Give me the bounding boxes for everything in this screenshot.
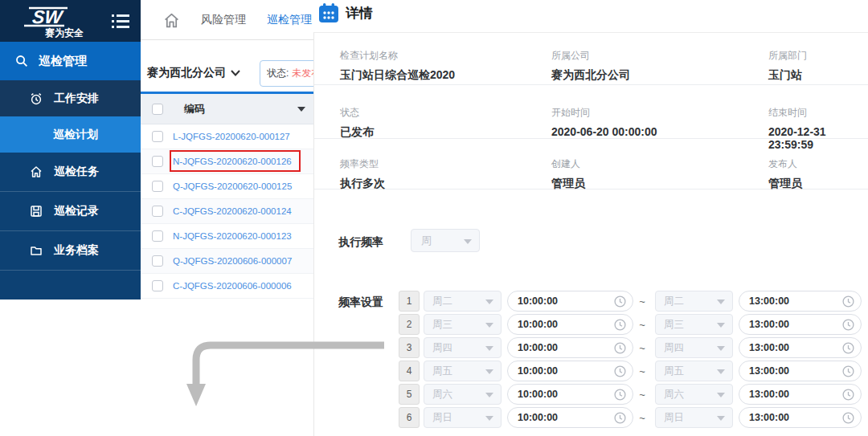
info-row: 检查计划名称 玉门站日综合巡检2020 所属公司 赛为西北分公司 所属部门 玉门… bbox=[314, 33, 868, 85]
frequency-row: 3 周四 10:00:00 ~ 周四 13:00:00 bbox=[399, 337, 862, 358]
caret-down-icon bbox=[717, 369, 725, 374]
clock-icon bbox=[842, 342, 854, 354]
info-field-value: 赛为西北分公司 bbox=[551, 68, 768, 83]
caret-down-icon bbox=[485, 369, 493, 374]
table-header: 编码 bbox=[141, 94, 313, 124]
end-time-input[interactable]: 13:00:00 bbox=[739, 291, 862, 312]
caret-down-icon bbox=[485, 393, 493, 397]
info-field: 所属公司 赛为西北分公司 bbox=[551, 49, 768, 84]
row-checkbox[interactable] bbox=[152, 181, 163, 192]
start-day-select: 周二 bbox=[424, 291, 502, 312]
column-filter-caret-icon[interactable] bbox=[297, 107, 305, 112]
info-field: 创建人 管理员 bbox=[551, 157, 768, 191]
end-time-input[interactable]: 13:00:00 bbox=[739, 384, 862, 405]
caret-down-icon bbox=[717, 416, 725, 421]
start-time-input[interactable]: 10:00:00 bbox=[507, 407, 633, 428]
frequency-row: 2 周三 10:00:00 ~ 周三 13:00:00 bbox=[399, 314, 862, 335]
plan-code-link[interactable]: C-JQFGS-20200606-000006 bbox=[173, 281, 292, 291]
info-row: 频率类型 执行多次 创建人 管理员 发布人 管理员 bbox=[314, 139, 868, 189]
table-row: Q-JQFGS-20200620-000125 bbox=[141, 174, 313, 199]
column-header-code: 编码 bbox=[184, 102, 205, 116]
sidebar-item-inspection-management[interactable]: 巡检管理 bbox=[0, 42, 141, 80]
clock-icon bbox=[614, 319, 626, 331]
info-field-value: 管理员 bbox=[551, 177, 768, 191]
clock-icon bbox=[842, 389, 854, 401]
company-selector[interactable]: 赛为西北分公司 bbox=[147, 59, 240, 87]
info-field-value: 执行多次 bbox=[340, 177, 551, 191]
start-time-input[interactable]: 10:00:00 bbox=[507, 314, 633, 335]
row-checkbox[interactable] bbox=[152, 206, 163, 217]
caret-down-icon bbox=[485, 416, 493, 421]
start-time-input[interactable]: 10:00:00 bbox=[507, 291, 633, 312]
start-time-input[interactable]: 10:00:00 bbox=[507, 384, 633, 405]
select-all-checkbox[interactable] bbox=[152, 104, 163, 115]
range-separator: ~ bbox=[633, 342, 651, 354]
plan-code-link[interactable]: Q-JQFGS-20200620-000125 bbox=[173, 181, 292, 191]
plan-code-link[interactable]: Q-JQFGS-20200606-000007 bbox=[173, 256, 292, 266]
frequency-settings-rows: 1 周二 10:00:00 ~ 周二 13:00:00 2 周三 10:00:0… bbox=[399, 291, 862, 428]
row-checkbox[interactable] bbox=[152, 280, 163, 291]
start-day-select: 周日 bbox=[424, 407, 502, 428]
frequency-row: 6 周日 10:00:00 ~ 周日 13:00:00 bbox=[399, 407, 862, 428]
end-time-input[interactable]: 13:00:00 bbox=[739, 337, 862, 358]
sidebar-item-work-schedule[interactable]: 工作安排 bbox=[0, 80, 141, 116]
table-row: C-JQFGS-20200606-000006 bbox=[141, 274, 313, 299]
plan-code-link[interactable]: N-JQFGS-20200620-000123 bbox=[173, 231, 292, 241]
caret-down-icon bbox=[485, 299, 493, 304]
tab-inspection-management[interactable]: 巡检管理 bbox=[267, 13, 312, 27]
status-filter-label: 状态: bbox=[267, 67, 289, 80]
plan-code-link[interactable]: C-JQFGS-20200620-000124 bbox=[173, 206, 292, 216]
detail-title: 详情 bbox=[346, 4, 373, 22]
frequency-row: 5 周六 10:00:00 ~ 周六 13:00:00 bbox=[399, 384, 862, 405]
exec-frequency-select: 周 bbox=[411, 229, 480, 252]
sidebar-logo-area: SW 赛为安全 bbox=[0, 0, 141, 42]
info-field-value: 玉门站 bbox=[768, 68, 868, 83]
clock-icon bbox=[614, 342, 626, 354]
end-day-select: 周五 bbox=[655, 361, 733, 381]
end-time-input[interactable]: 13:00:00 bbox=[739, 361, 862, 381]
start-time-input[interactable]: 10:00:00 bbox=[507, 361, 633, 381]
home-icon[interactable] bbox=[163, 12, 180, 29]
row-number: 3 bbox=[399, 337, 420, 358]
start-time-input[interactable]: 10:00:00 bbox=[507, 337, 633, 358]
table-row: Q-JQFGS-20200606-000007 bbox=[141, 249, 313, 274]
caret-down-icon bbox=[464, 239, 472, 244]
start-day-select: 周四 bbox=[424, 337, 502, 358]
company-selector-label: 赛为西北分公司 bbox=[147, 66, 226, 80]
sidebar-item-inspection-plan[interactable]: 巡检计划 bbox=[0, 116, 141, 153]
clock-icon bbox=[614, 412, 626, 424]
info-field-label: 状态 bbox=[340, 106, 551, 120]
status-filter-value: 未发布 bbox=[292, 67, 313, 80]
status-filter[interactable]: 状态: 未发布 bbox=[260, 60, 313, 87]
caret-down-icon bbox=[717, 393, 725, 397]
row-number: 6 bbox=[399, 407, 420, 428]
row-checkbox[interactable] bbox=[152, 156, 163, 167]
end-day-select: 周二 bbox=[655, 291, 733, 312]
info-field: 检查计划名称 玉门站日综合巡检2020 bbox=[340, 49, 551, 84]
table-row: N-JQFGS-20200620-000126 bbox=[141, 149, 313, 174]
info-field-value: 玉门站日综合巡检2020 bbox=[340, 68, 551, 83]
row-number: 1 bbox=[399, 291, 420, 312]
sidebar-item-inspection-record[interactable]: 巡检记录 bbox=[0, 192, 141, 231]
range-separator: ~ bbox=[633, 295, 651, 308]
exec-frequency-label: 执行频率 bbox=[338, 235, 383, 250]
info-field-label: 频率类型 bbox=[340, 157, 551, 171]
clock-icon bbox=[614, 365, 626, 377]
row-checkbox[interactable] bbox=[152, 255, 163, 267]
end-time-input[interactable]: 13:00:00 bbox=[739, 314, 862, 335]
row-checkbox[interactable] bbox=[152, 230, 163, 242]
sidebar-collapse-icon[interactable] bbox=[112, 14, 129, 28]
start-day-select: 周六 bbox=[424, 384, 502, 405]
table-body: L-JQFGS-20200620-000127 N-JQFGS-20200620… bbox=[141, 124, 313, 299]
end-time-input[interactable]: 13:00:00 bbox=[739, 407, 862, 428]
info-field-label: 创建人 bbox=[551, 157, 768, 171]
sidebar-item-inspection-task[interactable]: 巡检任务 bbox=[0, 153, 141, 192]
sidebar-item-business-archive[interactable]: 业务档案 bbox=[0, 231, 141, 271]
plan-code-link[interactable]: N-JQFGS-20200620-000126 bbox=[173, 157, 292, 166]
row-checkbox[interactable] bbox=[152, 131, 163, 142]
plan-code-link[interactable]: L-JQFGS-20200620-000127 bbox=[173, 132, 290, 141]
tab-risk-management[interactable]: 风险管理 bbox=[201, 13, 246, 27]
frequency-row: 4 周五 10:00:00 ~ 周五 13:00:00 bbox=[399, 361, 862, 381]
calendar-icon bbox=[318, 2, 339, 23]
info-field-label: 结束时间 bbox=[768, 106, 868, 120]
